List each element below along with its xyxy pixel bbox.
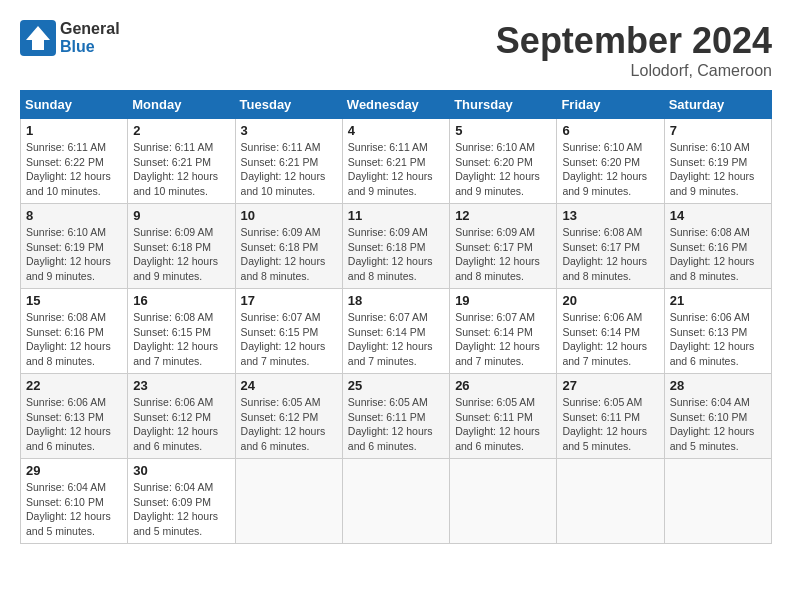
table-row: 11 Sunrise: 6:09 AMSunset: 6:18 PMDaylig… [342,204,449,289]
header-monday: Monday [128,91,235,119]
table-row: 8 Sunrise: 6:10 AMSunset: 6:19 PMDayligh… [21,204,128,289]
table-row: 22 Sunrise: 6:06 AMSunset: 6:13 PMDaylig… [21,374,128,459]
day-info: Sunrise: 6:08 AMSunset: 6:17 PMDaylight:… [562,225,658,284]
logo: General Blue [20,20,120,57]
table-row: 12 Sunrise: 6:09 AMSunset: 6:17 PMDaylig… [450,204,557,289]
table-row: 9 Sunrise: 6:09 AMSunset: 6:18 PMDayligh… [128,204,235,289]
day-info: Sunrise: 6:11 AMSunset: 6:21 PMDaylight:… [241,140,337,199]
location-title: Lolodorf, Cameroon [496,62,772,80]
day-number: 5 [455,123,551,138]
days-header-row: Sunday Monday Tuesday Wednesday Thursday… [21,91,772,119]
table-row: 3 Sunrise: 6:11 AMSunset: 6:21 PMDayligh… [235,119,342,204]
day-number: 4 [348,123,444,138]
table-row: 20 Sunrise: 6:06 AMSunset: 6:14 PMDaylig… [557,289,664,374]
day-number: 15 [26,293,122,308]
header-thursday: Thursday [450,91,557,119]
table-row: 4 Sunrise: 6:11 AMSunset: 6:21 PMDayligh… [342,119,449,204]
day-number: 20 [562,293,658,308]
logo-icon [20,20,56,56]
day-number: 26 [455,378,551,393]
day-number: 24 [241,378,337,393]
table-row [342,459,449,544]
day-number: 7 [670,123,766,138]
table-row: 21 Sunrise: 6:06 AMSunset: 6:13 PMDaylig… [664,289,771,374]
day-info: Sunrise: 6:04 AMSunset: 6:09 PMDaylight:… [133,480,229,539]
logo-text: General Blue [60,20,120,57]
calendar-week-row: 22 Sunrise: 6:06 AMSunset: 6:13 PMDaylig… [21,374,772,459]
table-row [557,459,664,544]
day-info: Sunrise: 6:10 AMSunset: 6:19 PMDaylight:… [26,225,122,284]
header-wednesday: Wednesday [342,91,449,119]
table-row: 23 Sunrise: 6:06 AMSunset: 6:12 PMDaylig… [128,374,235,459]
day-info: Sunrise: 6:06 AMSunset: 6:12 PMDaylight:… [133,395,229,454]
day-info: Sunrise: 6:08 AMSunset: 6:16 PMDaylight:… [26,310,122,369]
day-number: 16 [133,293,229,308]
table-row: 1 Sunrise: 6:11 AMSunset: 6:22 PMDayligh… [21,119,128,204]
day-number: 10 [241,208,337,223]
calendar-week-row: 1 Sunrise: 6:11 AMSunset: 6:22 PMDayligh… [21,119,772,204]
day-info: Sunrise: 6:05 AMSunset: 6:11 PMDaylight:… [455,395,551,454]
day-number: 6 [562,123,658,138]
day-info: Sunrise: 6:05 AMSunset: 6:12 PMDaylight:… [241,395,337,454]
day-number: 27 [562,378,658,393]
day-number: 8 [26,208,122,223]
day-number: 3 [241,123,337,138]
day-info: Sunrise: 6:08 AMSunset: 6:15 PMDaylight:… [133,310,229,369]
table-row: 17 Sunrise: 6:07 AMSunset: 6:15 PMDaylig… [235,289,342,374]
calendar-table: Sunday Monday Tuesday Wednesday Thursday… [20,90,772,544]
header-sunday: Sunday [21,91,128,119]
day-info: Sunrise: 6:09 AMSunset: 6:18 PMDaylight:… [241,225,337,284]
day-info: Sunrise: 6:04 AMSunset: 6:10 PMDaylight:… [26,480,122,539]
table-row: 16 Sunrise: 6:08 AMSunset: 6:15 PMDaylig… [128,289,235,374]
day-number: 2 [133,123,229,138]
day-info: Sunrise: 6:07 AMSunset: 6:15 PMDaylight:… [241,310,337,369]
day-number: 22 [26,378,122,393]
table-row: 10 Sunrise: 6:09 AMSunset: 6:18 PMDaylig… [235,204,342,289]
table-row: 7 Sunrise: 6:10 AMSunset: 6:19 PMDayligh… [664,119,771,204]
day-number: 23 [133,378,229,393]
day-info: Sunrise: 6:05 AMSunset: 6:11 PMDaylight:… [348,395,444,454]
day-number: 19 [455,293,551,308]
day-info: Sunrise: 6:10 AMSunset: 6:19 PMDaylight:… [670,140,766,199]
page-header: General Blue September 2024 Lolodorf, Ca… [20,20,772,80]
day-info: Sunrise: 6:07 AMSunset: 6:14 PMDaylight:… [455,310,551,369]
header-saturday: Saturday [664,91,771,119]
day-number: 9 [133,208,229,223]
day-info: Sunrise: 6:11 AMSunset: 6:21 PMDaylight:… [348,140,444,199]
title-section: September 2024 Lolodorf, Cameroon [496,20,772,80]
table-row: 24 Sunrise: 6:05 AMSunset: 6:12 PMDaylig… [235,374,342,459]
table-row: 19 Sunrise: 6:07 AMSunset: 6:14 PMDaylig… [450,289,557,374]
day-info: Sunrise: 6:05 AMSunset: 6:11 PMDaylight:… [562,395,658,454]
day-info: Sunrise: 6:10 AMSunset: 6:20 PMDaylight:… [562,140,658,199]
table-row [664,459,771,544]
table-row [450,459,557,544]
day-info: Sunrise: 6:09 AMSunset: 6:18 PMDaylight:… [133,225,229,284]
day-info: Sunrise: 6:06 AMSunset: 6:13 PMDaylight:… [26,395,122,454]
table-row: 27 Sunrise: 6:05 AMSunset: 6:11 PMDaylig… [557,374,664,459]
table-row [235,459,342,544]
day-info: Sunrise: 6:06 AMSunset: 6:13 PMDaylight:… [670,310,766,369]
day-number: 21 [670,293,766,308]
day-info: Sunrise: 6:10 AMSunset: 6:20 PMDaylight:… [455,140,551,199]
day-number: 11 [348,208,444,223]
day-number: 28 [670,378,766,393]
day-info: Sunrise: 6:09 AMSunset: 6:18 PMDaylight:… [348,225,444,284]
table-row: 30 Sunrise: 6:04 AMSunset: 6:09 PMDaylig… [128,459,235,544]
table-row: 25 Sunrise: 6:05 AMSunset: 6:11 PMDaylig… [342,374,449,459]
day-number: 1 [26,123,122,138]
day-number: 30 [133,463,229,478]
day-number: 12 [455,208,551,223]
table-row: 5 Sunrise: 6:10 AMSunset: 6:20 PMDayligh… [450,119,557,204]
day-number: 13 [562,208,658,223]
table-row: 29 Sunrise: 6:04 AMSunset: 6:10 PMDaylig… [21,459,128,544]
day-number: 18 [348,293,444,308]
day-number: 14 [670,208,766,223]
table-row: 14 Sunrise: 6:08 AMSunset: 6:16 PMDaylig… [664,204,771,289]
day-number: 29 [26,463,122,478]
header-friday: Friday [557,91,664,119]
day-number: 25 [348,378,444,393]
table-row: 6 Sunrise: 6:10 AMSunset: 6:20 PMDayligh… [557,119,664,204]
day-info: Sunrise: 6:04 AMSunset: 6:10 PMDaylight:… [670,395,766,454]
day-number: 17 [241,293,337,308]
table-row: 26 Sunrise: 6:05 AMSunset: 6:11 PMDaylig… [450,374,557,459]
